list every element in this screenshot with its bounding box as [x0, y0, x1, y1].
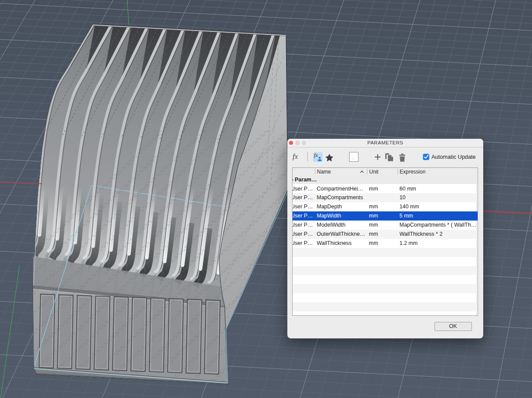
svg-text:...: ...: [352, 156, 355, 160]
